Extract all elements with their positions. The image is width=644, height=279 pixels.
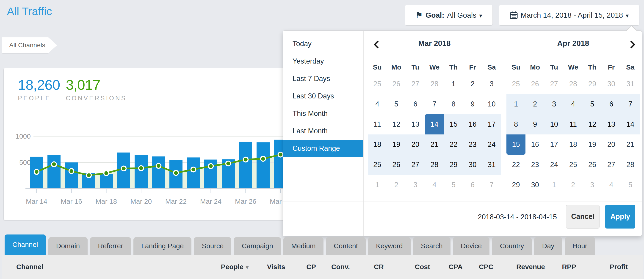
tab-content[interactable]: Content (326, 237, 366, 255)
column-header-profit[interactable]: Profit (610, 255, 628, 279)
day-cell[interactable]: 2 (387, 175, 406, 195)
day-cell[interactable]: 4 (602, 175, 621, 195)
preset-item-custom-range[interactable]: Custom Range (283, 140, 364, 157)
day-cell[interactable]: 19 (583, 134, 602, 155)
day-cell[interactable]: 8 (444, 94, 463, 114)
day-cell[interactable]: 3 (544, 94, 564, 114)
day-cell[interactable]: 15 (506, 134, 526, 155)
preset-item-yesterday[interactable]: Yesterday (283, 53, 364, 70)
cancel-button[interactable]: Cancel (566, 205, 600, 228)
day-cell[interactable]: 2 (463, 74, 482, 94)
apply-button[interactable]: Apply (605, 205, 635, 228)
day-cell[interactable]: 1 (368, 175, 387, 195)
day-cell[interactable]: 7 (482, 175, 501, 195)
day-cell[interactable]: 17 (544, 134, 564, 155)
goal-selector-button[interactable]: Goal: All Goals (405, 5, 492, 25)
day-cell[interactable]: 27 (406, 155, 425, 175)
day-cell[interactable]: 6 (463, 175, 482, 195)
day-cell[interactable]: 30 (526, 175, 544, 195)
day-cell[interactable]: 1 (544, 175, 564, 195)
day-cell[interactable]: 26 (387, 74, 406, 94)
day-cell[interactable]: 5 (387, 94, 406, 114)
day-cell[interactable]: 14 (425, 114, 444, 134)
column-header-visits[interactable]: Visits (267, 255, 286, 279)
day-cell[interactable]: 26 (387, 155, 406, 175)
column-header-cr[interactable]: CR (374, 255, 384, 279)
column-header-revenue[interactable]: Revenue (516, 255, 545, 279)
day-cell[interactable]: 25 (368, 74, 387, 94)
day-cell[interactable]: 4 (368, 94, 387, 114)
day-cell[interactable]: 30 (602, 74, 621, 94)
day-cell[interactable]: 12 (387, 114, 406, 134)
tab-channel[interactable]: Channel (4, 234, 46, 255)
day-cell[interactable]: 27 (544, 74, 564, 94)
day-cell[interactable]: 2 (564, 175, 582, 195)
day-cell[interactable]: 31 (621, 74, 640, 94)
day-cell[interactable]: 27 (406, 74, 425, 94)
day-cell[interactable]: 7 (425, 94, 444, 114)
column-header-conv[interactable]: Conv. (331, 255, 350, 279)
day-cell[interactable]: 26 (526, 74, 544, 94)
column-header-cpa[interactable]: CPA (449, 255, 463, 279)
day-cell[interactable]: 31 (482, 155, 501, 175)
day-cell[interactable]: 1 (444, 74, 463, 94)
tab-medium[interactable]: Medium (283, 237, 324, 255)
day-cell[interactable]: 1 (506, 94, 526, 114)
day-cell[interactable]: 19 (387, 134, 406, 155)
day-cell[interactable]: 29 (444, 155, 463, 175)
tab-campaign[interactable]: Campaign (234, 237, 281, 255)
day-cell[interactable]: 16 (463, 114, 482, 134)
tab-device[interactable]: Device (453, 237, 490, 255)
preset-item-last-7-days[interactable]: Last 7 Days (283, 70, 364, 87)
day-cell[interactable]: 20 (602, 134, 621, 155)
day-cell[interactable]: 21 (425, 134, 444, 155)
day-cell[interactable]: 10 (482, 94, 501, 114)
tab-referrer[interactable]: Referrer (90, 237, 131, 255)
next-month-icon[interactable] (628, 40, 637, 49)
tab-domain[interactable]: Domain (48, 237, 88, 255)
day-cell[interactable]: 28 (425, 155, 444, 175)
day-cell[interactable]: 12 (583, 114, 602, 134)
column-header-cost[interactable]: Cost (415, 255, 430, 279)
day-cell[interactable]: 4 (564, 94, 582, 114)
day-cell[interactable]: 3 (583, 175, 602, 195)
day-cell[interactable]: 28 (621, 155, 640, 175)
preset-item-today[interactable]: Today (283, 35, 364, 53)
day-cell[interactable]: 28 (564, 74, 582, 94)
day-cell[interactable]: 25 (506, 74, 526, 94)
column-header-channel[interactable]: Channel (16, 255, 43, 279)
day-cell[interactable]: 30 (463, 155, 482, 175)
day-cell[interactable]: 2 (526, 94, 544, 114)
prev-month-icon[interactable] (372, 40, 381, 49)
day-cell[interactable]: 5 (444, 175, 463, 195)
column-header-cp[interactable]: CP (306, 255, 316, 279)
day-cell[interactable]: 28 (425, 74, 444, 94)
day-cell[interactable]: 7 (621, 94, 640, 114)
day-cell[interactable]: 29 (506, 175, 526, 195)
day-cell[interactable]: 15 (444, 114, 463, 134)
day-cell[interactable]: 6 (406, 94, 425, 114)
day-cell[interactable]: 27 (602, 155, 621, 175)
day-cell[interactable]: 25 (368, 155, 387, 175)
day-cell[interactable]: 24 (544, 155, 564, 175)
day-cell[interactable]: 13 (602, 114, 621, 134)
preset-item-last-month[interactable]: Last Month (283, 122, 364, 140)
day-cell[interactable]: 4 (425, 175, 444, 195)
day-cell[interactable]: 18 (368, 134, 387, 155)
day-cell[interactable]: 26 (583, 155, 602, 175)
tab-hour[interactable]: Hour (565, 237, 595, 255)
day-cell[interactable]: 14 (621, 114, 640, 134)
day-cell[interactable]: 8 (506, 114, 526, 134)
day-cell[interactable]: 17 (482, 114, 501, 134)
day-cell[interactable]: 9 (463, 94, 482, 114)
day-cell[interactable]: 16 (526, 134, 544, 155)
day-cell[interactable]: 20 (406, 134, 425, 155)
day-cell[interactable]: 22 (444, 134, 463, 155)
column-header-cpc[interactable]: CPC (479, 255, 493, 279)
date-range-button[interactable]: March 14, 2018 - April 15, 2018 (499, 5, 639, 25)
preset-item-this-month[interactable]: This Month (283, 105, 364, 122)
day-cell[interactable]: 21 (621, 134, 640, 155)
tab-landing-page[interactable]: Landing Page (134, 237, 192, 255)
preset-item-last-30-days[interactable]: Last 30 Days (283, 87, 364, 105)
day-cell[interactable]: 25 (564, 155, 582, 175)
